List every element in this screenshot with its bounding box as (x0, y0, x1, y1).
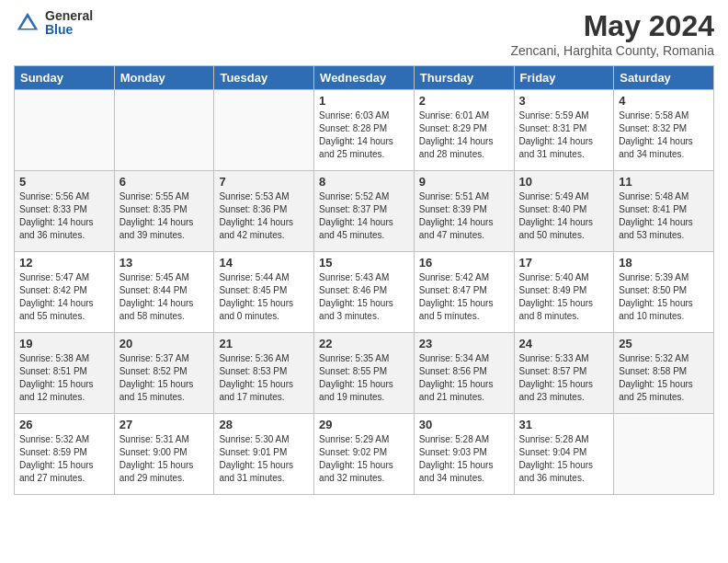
logo-general-text: General (45, 9, 93, 23)
day-number: 9 (419, 175, 509, 189)
day-number: 4 (619, 94, 709, 108)
logo-icon (14, 9, 41, 37)
table-row: 19Sunrise: 5:38 AMSunset: 8:51 PMDayligh… (15, 333, 115, 414)
day-number: 30 (419, 418, 509, 431)
day-info: Sunrise: 5:36 AMSunset: 8:53 PMDaylight:… (219, 352, 309, 404)
day-number: 13 (119, 256, 210, 270)
table-row: 4Sunrise: 5:58 AMSunset: 8:32 PMDaylight… (614, 90, 714, 171)
calendar-subtitle: Zencani, Harghita County, Romania (510, 43, 714, 58)
day-info: Sunrise: 5:56 AMSunset: 8:33 PMDaylight:… (19, 190, 109, 242)
table-row: 12Sunrise: 5:47 AMSunset: 8:42 PMDayligh… (15, 252, 115, 333)
table-row: 29Sunrise: 5:29 AMSunset: 9:02 PMDayligh… (314, 414, 415, 495)
table-row: 25Sunrise: 5:32 AMSunset: 8:58 PMDayligh… (614, 333, 714, 414)
day-number: 31 (519, 418, 609, 431)
day-info: Sunrise: 5:31 AMSunset: 9:00 PMDaylight:… (119, 433, 210, 485)
day-number: 17 (519, 256, 609, 270)
day-number: 23 (419, 337, 509, 350)
day-number: 14 (219, 256, 309, 270)
day-info: Sunrise: 5:59 AMSunset: 8:31 PMDaylight:… (519, 109, 609, 161)
table-row: 31Sunrise: 5:28 AMSunset: 9:04 PMDayligh… (514, 414, 614, 495)
table-row: 11Sunrise: 5:48 AMSunset: 8:41 PMDayligh… (614, 171, 714, 252)
table-row: 30Sunrise: 5:28 AMSunset: 9:03 PMDayligh… (414, 414, 514, 495)
table-row: 7Sunrise: 5:53 AMSunset: 8:36 PMDaylight… (214, 171, 314, 252)
day-number: 12 (19, 256, 109, 270)
day-info: Sunrise: 5:28 AMSunset: 9:03 PMDaylight:… (419, 433, 509, 485)
day-number: 2 (419, 94, 509, 108)
day-info: Sunrise: 5:29 AMSunset: 9:02 PMDaylight:… (319, 433, 409, 485)
day-info: Sunrise: 5:30 AMSunset: 9:01 PMDaylight:… (219, 433, 309, 485)
day-info: Sunrise: 5:40 AMSunset: 8:49 PMDaylight:… (519, 271, 609, 323)
header-friday: Friday (514, 66, 614, 90)
header-tuesday: Tuesday (214, 66, 314, 90)
table-row (614, 414, 714, 495)
day-number: 21 (219, 337, 309, 350)
day-info: Sunrise: 5:55 AMSunset: 8:35 PMDaylight:… (119, 190, 210, 242)
header-saturday: Saturday (614, 66, 714, 90)
header-wednesday: Wednesday (314, 66, 415, 90)
table-row: 2Sunrise: 6:01 AMSunset: 8:29 PMDaylight… (414, 90, 514, 171)
day-number: 20 (119, 337, 210, 350)
table-row: 21Sunrise: 5:36 AMSunset: 8:53 PMDayligh… (214, 333, 314, 414)
table-row: 23Sunrise: 5:34 AMSunset: 8:56 PMDayligh… (414, 333, 514, 414)
day-number: 27 (119, 418, 210, 431)
table-row: 13Sunrise: 5:45 AMSunset: 8:44 PMDayligh… (114, 252, 214, 333)
day-number: 10 (519, 175, 609, 189)
table-row: 9Sunrise: 5:51 AMSunset: 8:39 PMDaylight… (414, 171, 514, 252)
day-number: 1 (319, 94, 409, 108)
day-info: Sunrise: 5:39 AMSunset: 8:50 PMDaylight:… (619, 271, 709, 323)
header: General Blue May 2024 Zencani, Harghita … (14, 9, 714, 58)
table-row (114, 90, 214, 171)
day-number: 29 (319, 418, 409, 431)
day-number: 19 (19, 337, 109, 350)
calendar-week-row: 1Sunrise: 6:03 AMSunset: 8:28 PMDaylight… (15, 90, 714, 171)
day-number: 22 (319, 337, 409, 350)
table-row: 22Sunrise: 5:35 AMSunset: 8:55 PMDayligh… (314, 333, 415, 414)
calendar-week-row: 5Sunrise: 5:56 AMSunset: 8:33 PMDaylight… (15, 171, 714, 252)
day-number: 8 (319, 175, 409, 189)
day-info: Sunrise: 6:01 AMSunset: 8:29 PMDaylight:… (419, 109, 509, 161)
table-row: 6Sunrise: 5:55 AMSunset: 8:35 PMDaylight… (114, 171, 214, 252)
day-number: 25 (619, 337, 709, 350)
day-number: 16 (419, 256, 509, 270)
table-row: 17Sunrise: 5:40 AMSunset: 8:49 PMDayligh… (514, 252, 614, 333)
page: General Blue May 2024 Zencani, Harghita … (0, 0, 728, 563)
table-row: 16Sunrise: 5:42 AMSunset: 8:47 PMDayligh… (414, 252, 514, 333)
day-info: Sunrise: 5:38 AMSunset: 8:51 PMDaylight:… (19, 352, 109, 404)
weekday-header-row: Sunday Monday Tuesday Wednesday Thursday… (15, 66, 714, 90)
day-info: Sunrise: 5:45 AMSunset: 8:44 PMDaylight:… (119, 271, 210, 323)
table-row: 10Sunrise: 5:49 AMSunset: 8:40 PMDayligh… (514, 171, 614, 252)
table-row: 15Sunrise: 5:43 AMSunset: 8:46 PMDayligh… (314, 252, 415, 333)
calendar-week-row: 26Sunrise: 5:32 AMSunset: 8:59 PMDayligh… (15, 414, 714, 495)
day-info: Sunrise: 5:33 AMSunset: 8:57 PMDaylight:… (519, 352, 609, 404)
table-row: 26Sunrise: 5:32 AMSunset: 8:59 PMDayligh… (15, 414, 115, 495)
header-sunday: Sunday (15, 66, 115, 90)
calendar-title: May 2024 (510, 9, 714, 43)
header-monday: Monday (114, 66, 214, 90)
logo-text: General Blue (45, 9, 93, 38)
day-info: Sunrise: 5:49 AMSunset: 8:40 PMDaylight:… (519, 190, 609, 242)
table-row: 5Sunrise: 5:56 AMSunset: 8:33 PMDaylight… (15, 171, 115, 252)
day-info: Sunrise: 5:47 AMSunset: 8:42 PMDaylight:… (19, 271, 109, 323)
day-info: Sunrise: 5:44 AMSunset: 8:45 PMDaylight:… (219, 271, 309, 323)
day-number: 26 (19, 418, 109, 431)
day-info: Sunrise: 5:34 AMSunset: 8:56 PMDaylight:… (419, 352, 509, 404)
day-info: Sunrise: 5:51 AMSunset: 8:39 PMDaylight:… (419, 190, 509, 242)
calendar-table: Sunday Monday Tuesday Wednesday Thursday… (14, 65, 714, 495)
table-row: 18Sunrise: 5:39 AMSunset: 8:50 PMDayligh… (614, 252, 714, 333)
day-info: Sunrise: 5:43 AMSunset: 8:46 PMDaylight:… (319, 271, 409, 323)
day-info: Sunrise: 5:58 AMSunset: 8:32 PMDaylight:… (619, 109, 709, 161)
table-row: 27Sunrise: 5:31 AMSunset: 9:00 PMDayligh… (114, 414, 214, 495)
day-number: 6 (119, 175, 210, 189)
day-info: Sunrise: 5:28 AMSunset: 9:04 PMDaylight:… (519, 433, 609, 485)
title-block: May 2024 Zencani, Harghita County, Roman… (510, 9, 714, 58)
day-info: Sunrise: 5:48 AMSunset: 8:41 PMDaylight:… (619, 190, 709, 242)
day-number: 11 (619, 175, 709, 189)
calendar-week-row: 19Sunrise: 5:38 AMSunset: 8:51 PMDayligh… (15, 333, 714, 414)
table-row: 3Sunrise: 5:59 AMSunset: 8:31 PMDaylight… (514, 90, 614, 171)
day-number: 18 (619, 256, 709, 270)
day-number: 24 (519, 337, 609, 350)
table-row: 20Sunrise: 5:37 AMSunset: 8:52 PMDayligh… (114, 333, 214, 414)
day-info: Sunrise: 5:37 AMSunset: 8:52 PMDaylight:… (119, 352, 210, 404)
day-number: 3 (519, 94, 609, 108)
logo-blue-text: Blue (45, 23, 93, 37)
